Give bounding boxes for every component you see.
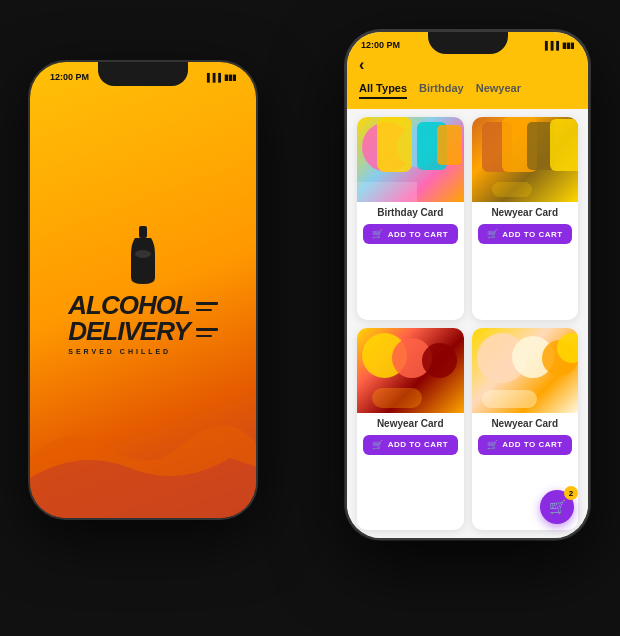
cart-icon-4: 🛒 <box>487 440 499 450</box>
drink-circles-2 <box>472 117 579 202</box>
cart-icon-3: 🛒 <box>372 440 384 450</box>
signal-icon: ▐▐▐ <box>204 73 221 82</box>
dash-2 <box>196 309 212 312</box>
logo-tagline: SERVED CHILLED <box>68 348 218 355</box>
drink-circles-3 <box>357 328 464 413</box>
product-image-2 <box>472 117 579 202</box>
circle <box>550 119 579 171</box>
circle <box>422 343 457 378</box>
add-to-cart-btn-4[interactable]: 🛒 ADD TO CART <box>478 435 573 455</box>
circle <box>482 390 537 408</box>
product-name-1: Birthday Card <box>357 202 464 221</box>
product-name-3: Newyear Card <box>357 413 464 432</box>
circle <box>357 182 417 202</box>
logo-word-alcohol: ALCOHOL <box>68 292 218 318</box>
phone-front-notch <box>428 32 508 54</box>
logo-text-assembly: ALCOHOL DELIVERY <box>68 292 218 355</box>
product-image-4 <box>472 328 579 413</box>
svg-point-1 <box>135 250 151 258</box>
product-name-2: Newyear Card <box>472 202 579 221</box>
wave-svg <box>30 398 256 518</box>
svg-rect-0 <box>139 226 147 238</box>
product-image-3 <box>357 328 464 413</box>
cart-fab-icon: 🛒 <box>549 499 566 515</box>
cart-count-badge: 2 <box>564 486 578 500</box>
front-time: 12:00 PM <box>361 40 400 50</box>
product-card-2: Newyear Card 🛒 ADD TO CART <box>472 117 579 320</box>
add-to-cart-btn-2[interactable]: 🛒 ADD TO CART <box>478 224 573 244</box>
dash-1 <box>196 302 218 305</box>
bottle-icon <box>123 226 163 286</box>
product-image-1 <box>357 117 464 202</box>
logo-dashes-2 <box>196 328 218 337</box>
products-grid: Birthday Card 🛒 ADD TO CART <box>347 109 588 538</box>
circle <box>377 117 412 172</box>
front-signal-icon: ▐▐▐ <box>542 41 559 50</box>
splash-logo: ALCOHOL DELIVERY <box>68 226 218 355</box>
phone-back: 12:00 PM ▐▐▐ ▮▮▮ ALCOHOL <box>28 60 258 520</box>
product-name-4: Newyear Card <box>472 413 579 432</box>
phone-front: 12:00 PM ▐▐▐ ▮▮▮ ‹ All Types Birthday Ne… <box>345 30 590 540</box>
back-status-icons: ▐▐▐ ▮▮▮ <box>204 73 236 82</box>
circle <box>437 125 462 165</box>
product-card-1: Birthday Card 🛒 ADD TO CART <box>357 117 464 320</box>
logo-word-delivery: DELIVERY <box>68 318 218 344</box>
nav-bar: ‹ <box>347 52 588 82</box>
phone-front-screen: 12:00 PM ▐▐▐ ▮▮▮ ‹ All Types Birthday Ne… <box>347 32 588 538</box>
cart-icon-2: 🛒 <box>487 229 499 239</box>
logo-dashes-1 <box>196 302 218 311</box>
add-to-cart-btn-1[interactable]: 🛒 ADD TO CART <box>363 224 458 244</box>
cart-icon-1: 🛒 <box>372 229 384 239</box>
logo-words: ALCOHOL DELIVERY <box>68 292 218 355</box>
circle <box>372 388 422 408</box>
front-battery-icon: ▮▮▮ <box>562 41 574 50</box>
back-arrow-icon[interactable]: ‹ <box>359 56 364 74</box>
cart-fab[interactable]: 🛒 2 <box>540 490 574 524</box>
product-card-3: Newyear Card 🛒 ADD TO CART <box>357 328 464 531</box>
app-scene: 12:00 PM ▐▐▐ ▮▮▮ ALCOHOL <box>0 0 620 636</box>
tab-newyear[interactable]: Newyear <box>476 82 521 99</box>
add-to-cart-btn-3[interactable]: 🛒 ADD TO CART <box>363 435 458 455</box>
front-status-icons: ▐▐▐ ▮▮▮ <box>542 41 574 50</box>
tab-birthday[interactable]: Birthday <box>419 82 464 99</box>
tab-bar: All Types Birthday Newyear <box>347 82 588 109</box>
dash-3 <box>196 328 218 331</box>
phone-back-notch <box>98 62 188 86</box>
drink-circles-4 <box>472 328 579 413</box>
tab-all-types[interactable]: All Types <box>359 82 407 99</box>
drink-circles-1 <box>357 117 464 202</box>
circle <box>492 182 532 197</box>
battery-icon: ▮▮▮ <box>224 73 236 82</box>
back-time: 12:00 PM <box>50 72 89 82</box>
dash-4 <box>196 335 212 338</box>
phone-back-screen: 12:00 PM ▐▐▐ ▮▮▮ ALCOHOL <box>30 62 256 518</box>
